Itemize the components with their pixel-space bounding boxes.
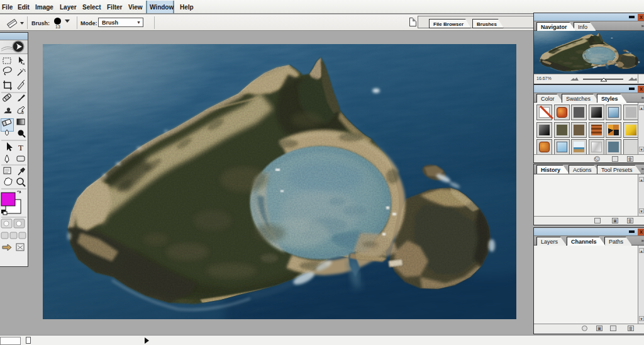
- svg-text:5: 5: [21, 110, 24, 115]
- svg-text:T: T: [18, 143, 23, 152]
